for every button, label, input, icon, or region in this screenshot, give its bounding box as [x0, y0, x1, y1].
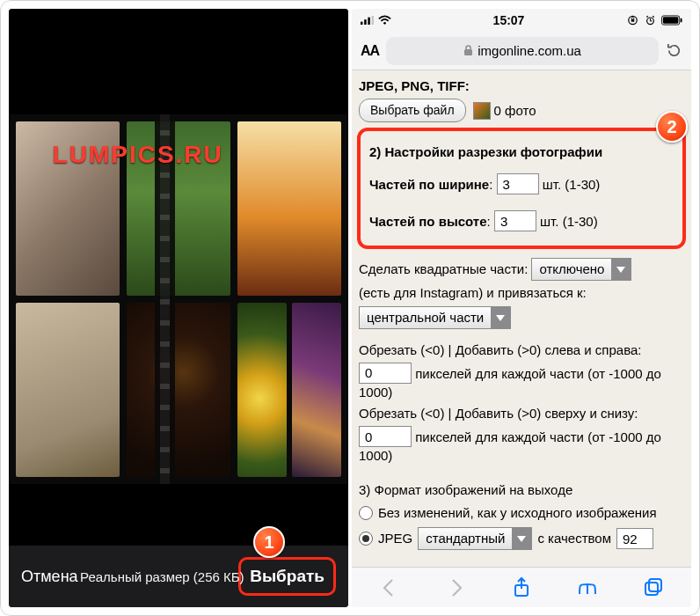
format-jpeg-label: JPEG — [378, 530, 412, 547]
annotation-badge-1: 1 — [253, 526, 285, 558]
square-parts-label: Сделать квадратные части: — [359, 260, 528, 278]
svg-rect-13 — [663, 17, 679, 23]
wifi-icon — [378, 15, 391, 26]
url-domain: imgonline.com.ua — [478, 43, 581, 58]
safari-toolbar — [352, 567, 691, 607]
status-time: 15:07 — [493, 13, 525, 27]
anchor-select[interactable]: центральной части — [359, 306, 511, 329]
upload-formats-label: JPEG, PNG, TIFF: — [359, 78, 470, 93]
parts-width-input[interactable] — [497, 173, 539, 194]
orientation-lock-icon — [626, 15, 639, 26]
lock-icon — [463, 45, 473, 56]
jpeg-quality-input[interactable] — [616, 528, 653, 549]
picker-toolbar: Отмена Реальный размер (256 КБ) Выбрать — [9, 546, 348, 607]
cellular-icon — [361, 15, 374, 26]
parts-width-hint: шт. (1-30) — [543, 177, 601, 192]
url-bar: AA imgonline.com.ua — [352, 32, 691, 70]
back-icon[interactable] — [378, 576, 401, 599]
format-jpeg-radio[interactable] — [359, 532, 373, 546]
text-size-button[interactable]: AA — [361, 43, 379, 59]
bookmarks-icon[interactable] — [576, 576, 599, 599]
parts-height-label: Частей по высоте — [369, 214, 487, 229]
svg-rect-1 — [364, 19, 367, 25]
page-content: JPEG, PNG, TIFF: Выбрать файл 0 фото 2) … — [352, 70, 691, 567]
svg-rect-23 — [649, 579, 661, 591]
address-field[interactable]: imgonline.com.ua — [386, 37, 659, 65]
actual-size-label[interactable]: Реальный размер (256 КБ) — [80, 569, 244, 584]
browser-pane: 15:07 AA imgonline.com.ua JPEG, PNG, TIF… — [352, 9, 691, 607]
format-nochange-radio[interactable] — [359, 506, 373, 520]
svg-marker-16 — [616, 267, 625, 273]
crop-lr-input[interactable] — [359, 363, 412, 384]
chevron-down-icon — [517, 534, 526, 543]
image-picker-pane: LUMPICS.RU Отмена Реальный размер (256 К… — [9, 9, 348, 607]
choose-button[interactable]: Выбрать — [238, 557, 336, 596]
svg-marker-17 — [496, 315, 505, 321]
collage-tile — [237, 303, 341, 477]
crop-tb-input[interactable] — [359, 426, 412, 447]
parts-height-input[interactable] — [494, 210, 536, 231]
jpeg-variant-select[interactable]: стандартный — [418, 527, 532, 550]
format-nochange-label: Без изменений, как у исходного изображен… — [378, 504, 657, 522]
square-parts-select[interactable]: отключено — [531, 258, 631, 281]
svg-point-4 — [383, 22, 386, 25]
section-2-title: 2) Настройки разрезки фотографии — [369, 144, 602, 159]
svg-line-10 — [646, 16, 648, 17]
section-2-highlight: 2) Настройки разрезки фотографии Частей … — [357, 128, 686, 249]
crop-lr-label: Обрезать (<0) | Добавить (>0) слева и сп… — [359, 341, 684, 359]
forward-icon[interactable] — [444, 576, 467, 599]
parts-width-label: Частей по ширине — [369, 177, 489, 192]
choose-file-button[interactable]: Выбрать файл — [359, 99, 466, 122]
svg-rect-3 — [372, 16, 375, 25]
collage-tile — [16, 303, 120, 477]
svg-rect-22 — [645, 583, 658, 595]
cancel-button[interactable]: Отмена — [21, 568, 78, 586]
share-icon[interactable] — [510, 576, 533, 599]
reload-icon[interactable] — [666, 42, 682, 59]
svg-rect-0 — [361, 22, 363, 25]
collage-tile — [127, 121, 230, 296]
collage-tile — [127, 303, 230, 477]
parts-height-hint: шт. (1-30) — [540, 214, 598, 229]
crop-tb-label: Обрезать (<0) | Добавить (>0) сверху и с… — [359, 405, 684, 422]
jpeg-quality-label: с качеством — [537, 530, 611, 547]
svg-line-11 — [653, 16, 654, 17]
svg-rect-14 — [681, 18, 682, 23]
photo-count-label: 0 фото — [494, 102, 536, 120]
film-strip-decoration — [155, 114, 175, 484]
section-3-title: 3) Формат изображений на выходе — [359, 481, 684, 499]
status-bar: 15:07 — [352, 9, 691, 32]
collage — [9, 114, 348, 484]
chevron-down-icon — [616, 265, 625, 274]
chevron-down-icon — [496, 313, 505, 322]
svg-rect-15 — [464, 49, 472, 55]
collage-tile — [237, 121, 341, 296]
collage-tile — [16, 121, 120, 296]
square-parts-suffix: (есть для Instagram) и привязаться к: — [359, 284, 587, 302]
annotation-badge-2: 2 — [656, 111, 688, 143]
file-thumbnail — [473, 102, 491, 120]
alarm-icon — [644, 15, 657, 26]
battery-icon — [661, 15, 682, 26]
svg-rect-2 — [368, 18, 370, 25]
svg-rect-6 — [631, 19, 634, 22]
tabs-icon[interactable] — [642, 576, 665, 599]
svg-marker-18 — [517, 536, 526, 542]
image-preview: LUMPICS.RU — [9, 9, 348, 546]
